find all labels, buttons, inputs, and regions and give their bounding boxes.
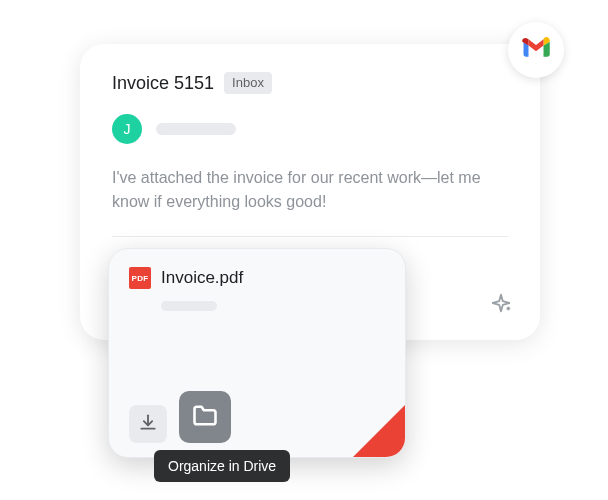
attachment-actions [129, 391, 231, 443]
attachment-card[interactable]: PDF Invoice.pdf [108, 248, 406, 458]
attachment-meta-placeholder [161, 301, 217, 311]
attachment-filename: Invoice.pdf [161, 268, 243, 288]
divider [112, 236, 508, 237]
inbox-label-chip[interactable]: Inbox [224, 72, 272, 94]
gmail-badge [508, 22, 564, 78]
email-subject: Invoice 5151 [112, 73, 214, 94]
gemini-sparkle-icon[interactable] [490, 292, 512, 314]
sender-name-placeholder [156, 123, 236, 135]
corner-fold [353, 405, 405, 457]
avatar-initial: J [124, 121, 131, 137]
sender-row: J [112, 114, 508, 144]
folder-icon [191, 401, 219, 433]
subject-row: Invoice 5151 Inbox [112, 72, 508, 94]
email-body: I've attached the invoice for our recent… [112, 166, 508, 214]
download-button[interactable] [129, 405, 167, 443]
gmail-icon [521, 33, 551, 67]
pdf-icon: PDF [129, 267, 151, 289]
download-icon [138, 412, 158, 436]
organize-in-drive-button[interactable] [179, 391, 231, 443]
attachment-header: PDF Invoice.pdf [129, 267, 385, 289]
avatar[interactable]: J [112, 114, 142, 144]
tooltip-organize-in-drive: Organize in Drive [154, 450, 290, 482]
